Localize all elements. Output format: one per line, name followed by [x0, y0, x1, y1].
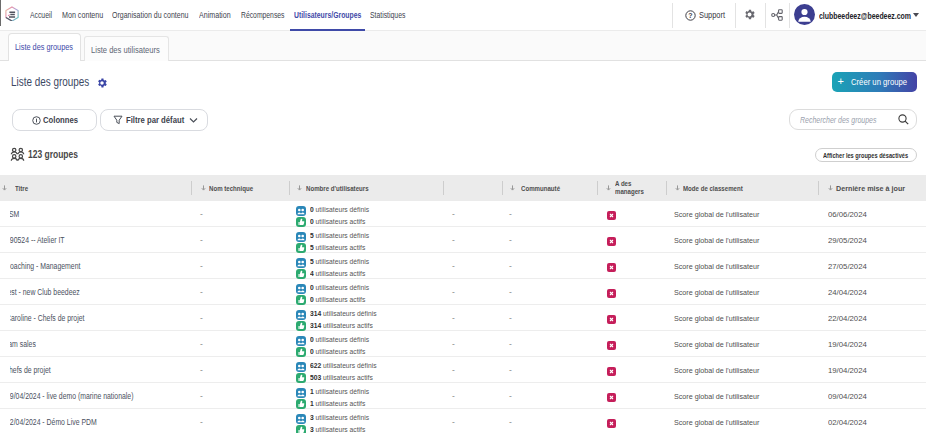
svg-text:?: ?: [688, 12, 692, 19]
